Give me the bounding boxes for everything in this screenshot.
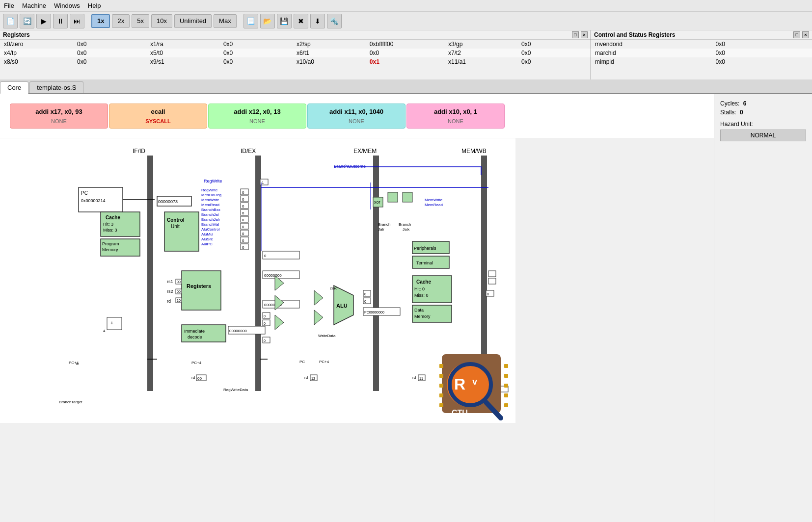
svg-text:Control: Control — [167, 217, 185, 223]
svg-text:MemToReg: MemToReg — [201, 193, 221, 197]
cycles-row: Cycles: 6 — [720, 100, 806, 107]
svg-text:BranchJal: BranchJal — [201, 212, 219, 217]
svg-text:0: 0 — [242, 238, 244, 243]
svg-rect-6 — [373, 156, 379, 391]
svg-text:R: R — [454, 375, 465, 393]
bubble-4-instruction: addi x10, x0, 1 — [417, 108, 494, 115]
svg-rect-105 — [403, 192, 412, 202]
bubble-3: addi x11, x0, 1040 NONE — [307, 104, 406, 129]
registers-panel: Registers □ × x0/zero 0x0 x1/ra 0x0 x2/s… — [0, 30, 591, 79]
svg-text:PC+4: PC+4 — [191, 361, 202, 365]
csr-title: Control and Status Registers — [594, 31, 675, 38]
svg-text:0: 0 — [264, 322, 266, 325]
svg-text:Memory: Memory — [414, 314, 431, 319]
table-row: mimpid 0x0 — [591, 57, 812, 66]
bubble-2: addi x12, x0, 13 NONE — [208, 104, 306, 129]
file-new-btn[interactable]: 📃 — [244, 14, 258, 28]
svg-text:11: 11 — [419, 377, 423, 380]
svg-text:Hit: 3: Hit: 3 — [103, 222, 113, 227]
svg-text:00: 00 — [177, 280, 181, 284]
open-button[interactable]: 🔄 — [20, 14, 34, 28]
bubble-1-stage: SYSCALL — [119, 118, 197, 124]
svg-text:AluMul: AluMul — [201, 232, 214, 236]
file-save-btn[interactable]: 💾 — [277, 14, 292, 28]
svg-text:Peripherals: Peripherals — [414, 246, 436, 251]
svg-text:PC: PC — [81, 190, 88, 196]
svg-text:0: 0 — [242, 204, 244, 209]
bubble-2-stage: NONE — [218, 118, 296, 124]
registers-title: Registers — [3, 31, 30, 38]
svg-rect-98 — [488, 278, 496, 284]
svg-text:0x00000214: 0x00000214 — [81, 198, 106, 203]
hazard-value: NORMAL — [720, 130, 806, 141]
svg-text:Immediate: Immediate — [184, 329, 205, 334]
svg-text:AluControl: AluControl — [201, 227, 220, 232]
svg-rect-104 — [388, 192, 398, 202]
speed-5x[interactable]: 5x — [132, 14, 149, 28]
new-button[interactable]: 📄 — [3, 14, 18, 28]
svg-text:EX/MEM: EX/MEM — [353, 148, 377, 155]
svg-text:PC+4: PC+4 — [319, 360, 329, 364]
bubble-3-stage: NONE — [318, 118, 395, 124]
svg-text:0: 0 — [364, 292, 366, 296]
svg-text:IF/ID: IF/ID — [133, 148, 145, 155]
svg-text:0: 0 — [264, 339, 266, 342]
svg-text:00: 00 — [197, 376, 202, 381]
svg-text:RegWrite: RegWrite — [201, 188, 218, 192]
speed-unlimited[interactable]: Unlimited — [174, 14, 212, 28]
svg-text:Miss: 0: Miss: 0 — [414, 293, 429, 298]
svg-text:PC: PC — [299, 360, 305, 364]
bubble-4: addi x10, x0, 1 NONE — [406, 104, 505, 129]
menu-windows[interactable]: Windows — [54, 2, 80, 9]
file-open-btn[interactable]: 📂 — [260, 14, 275, 28]
speed-10x[interactable]: 10x — [151, 14, 172, 28]
csr-close-icon[interactable]: × — [802, 31, 809, 38]
svg-text:00000073: 00000073 — [158, 199, 178, 204]
svg-text:00: 00 — [177, 290, 181, 293]
svg-marker-140 — [314, 290, 323, 305]
svg-text:BranchOutcome: BranchOutcome — [334, 164, 366, 169]
svg-text:MemRead: MemRead — [425, 203, 443, 207]
menu-machine[interactable]: Machine — [22, 2, 46, 9]
svg-rect-162 — [504, 384, 508, 388]
svg-text:AluSrc: AluSrc — [201, 237, 213, 241]
svg-text:00000000: 00000000 — [229, 329, 247, 333]
settings-btn[interactable]: 🔩 — [327, 14, 342, 28]
registers-area: Registers □ × x0/zero 0x0 x1/ra 0x0 x2/s… — [0, 30, 812, 79]
svg-text:0: 0 — [242, 218, 244, 222]
file-close-btn[interactable]: ✖ — [294, 14, 308, 28]
svg-rect-100 — [263, 251, 299, 259]
menu-help[interactable]: Help — [88, 2, 101, 9]
svg-rect-156 — [439, 374, 443, 378]
step-button[interactable]: ⏭ — [70, 14, 84, 28]
svg-text:Branch: Branch — [399, 222, 411, 227]
pause-button[interactable]: ⏸ — [53, 14, 68, 28]
speed-1x[interactable]: 1x — [91, 14, 110, 28]
svg-text:Jalx: Jalx — [403, 227, 409, 232]
svg-marker-139 — [275, 315, 284, 330]
download-btn[interactable]: ⬇ — [310, 14, 325, 28]
bubble-0-instruction: addi x17, x0, 93 — [20, 108, 98, 115]
tab-core[interactable]: Core — [0, 81, 28, 94]
svg-marker-141 — [314, 310, 323, 325]
speed-2x[interactable]: 2x — [112, 14, 130, 28]
reg-close-icon[interactable]: × — [581, 31, 588, 38]
svg-text:4: 4 — [103, 329, 106, 333]
menu-file[interactable]: File — [4, 2, 14, 9]
run-button[interactable]: ▶ — [36, 14, 51, 28]
table-row: x4/tp 0x0 x5/t0 0x0 x6/t1 0x0 x7/t2 0x0 — [0, 49, 591, 57]
bubble-0-stage: NONE — [20, 118, 98, 124]
svg-text:0: 0 — [242, 245, 244, 250]
reg-min-icon[interactable]: □ — [572, 31, 579, 38]
csr-min-icon[interactable]: □ — [793, 31, 800, 38]
table-row: mvendorid 0x0 — [591, 40, 812, 49]
speed-max[interactable]: Max — [214, 14, 237, 28]
svg-text:BranchTarget: BranchTarget — [59, 400, 82, 404]
tab-template[interactable]: template-os.S — [29, 81, 83, 93]
svg-rect-131 — [107, 317, 122, 330]
svg-text:0: 0 — [242, 225, 244, 229]
logo: R v CTU — [437, 349, 511, 423]
svg-text:RegWrite: RegWrite — [204, 179, 222, 183]
svg-text:1: 1 — [262, 181, 264, 185]
table-row: marchid 0x0 — [591, 49, 812, 57]
